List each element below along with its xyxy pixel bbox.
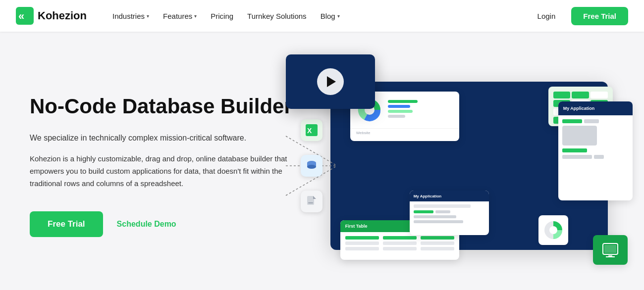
excel-icon: X xyxy=(301,119,322,141)
svg-point-9 xyxy=(307,165,316,169)
nav-item-pricing[interactable]: Pricing xyxy=(205,8,239,24)
login-button[interactable]: Login xyxy=(532,8,562,24)
nav-item-blog[interactable]: Blog ▾ xyxy=(315,8,346,24)
video-card[interactable] xyxy=(286,54,375,109)
hero-section: No-Code Database Builder We specialize i… xyxy=(0,32,644,290)
logo-text: Kohezion xyxy=(38,9,87,22)
logo-icon: « xyxy=(16,7,34,25)
source-icons: X xyxy=(301,119,322,212)
database-icon xyxy=(301,155,322,177)
hero-subtitle-2: Kohezion is a highly customizable, drag … xyxy=(30,153,294,190)
schedule-demo-link[interactable]: Schedule Demo xyxy=(117,220,176,229)
play-button[interactable] xyxy=(317,68,344,95)
screen-capture-icon xyxy=(602,242,619,258)
hero-ctas: Free Trial Schedule Demo xyxy=(30,211,294,237)
free-trial-nav-button[interactable]: Free Trial xyxy=(571,7,628,25)
nav-links: Industries ▾ Features ▾ Pricing Turnkey … xyxy=(107,8,532,24)
nav-right: Login Free Trial xyxy=(532,7,628,25)
svg-text:X: X xyxy=(307,127,312,135)
hero-subtitle-1: We specialize in technically complex mis… xyxy=(30,132,294,144)
nav-item-industries[interactable]: Industries ▾ xyxy=(107,8,155,24)
screenshot-icon-card xyxy=(593,235,628,265)
play-triangle-icon xyxy=(327,76,336,87)
chevron-down-icon: ▾ xyxy=(147,13,149,19)
mini-pie-chart xyxy=(542,219,564,241)
chevron-down-icon: ▾ xyxy=(194,13,197,19)
second-app-card: My Application xyxy=(410,191,489,235)
svg-point-19 xyxy=(549,226,557,234)
svg-rect-11 xyxy=(308,202,313,203)
logo[interactable]: « Kohezion xyxy=(16,7,87,25)
right-panel-card: My Application xyxy=(558,101,633,200)
svg-rect-15 xyxy=(604,245,616,253)
document-icon xyxy=(301,191,322,212)
nav-item-features[interactable]: Features ▾ xyxy=(157,8,203,24)
nav-item-turnkey[interactable]: Turnkey Solutions xyxy=(241,8,313,24)
navigation: « Kohezion Industries ▾ Features ▾ Prici… xyxy=(0,0,644,32)
svg-text:«: « xyxy=(18,10,24,22)
mini-pie-card xyxy=(538,215,568,245)
mini-table xyxy=(388,100,453,120)
free-trial-hero-button[interactable]: Free Trial xyxy=(30,211,103,237)
dashboard-preview: X xyxy=(330,82,608,250)
svg-rect-10 xyxy=(307,196,314,205)
hero-content: No-Code Database Builder We specialize i… xyxy=(30,95,294,238)
hero-visual: X xyxy=(323,82,614,250)
chevron-down-icon: ▾ xyxy=(337,13,340,19)
hero-title: No-Code Database Builder xyxy=(30,95,294,118)
